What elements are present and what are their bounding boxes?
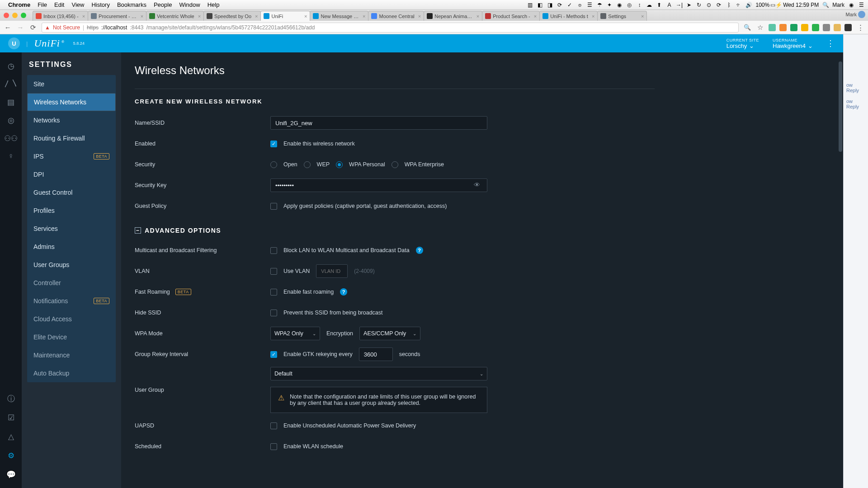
notification-center-icon[interactable]: ☰ — [858, 2, 864, 8]
window-close-icon[interactable] — [4, 13, 9, 18]
gtk-checkbox[interactable]: ✓ — [270, 351, 277, 358]
browser-tab[interactable]: UniFi - Methods t× — [539, 11, 598, 21]
sidebar-item[interactable]: DPI — [27, 165, 116, 183]
encryption-select[interactable]: AES/CCMP Only⌄ — [359, 327, 420, 340]
menu-edit[interactable]: Edit — [54, 1, 64, 8]
volume-icon[interactable]: 🔊 — [745, 2, 752, 8]
header-more-icon[interactable]: ⋮ — [826, 41, 835, 46]
tray-icon[interactable]: ✦ — [606, 2, 613, 8]
sidebar-item[interactable]: Maintenance — [27, 346, 116, 364]
tab-close-icon[interactable]: × — [304, 14, 307, 19]
help-icon[interactable]: ? — [416, 247, 423, 254]
extension-icon[interactable] — [790, 24, 797, 31]
browser-tab[interactable]: Product Search -× — [482, 11, 540, 21]
user-group-select[interactable]: Default⌄ — [270, 367, 487, 380]
tray-icon[interactable]: ↕ — [636, 2, 642, 8]
nav-reload-icon[interactable]: ⟳ — [29, 23, 37, 32]
extension-icon[interactable] — [823, 24, 830, 31]
user-menu[interactable]: Mark — [832, 2, 844, 8]
tray-icon[interactable]: ☂ — [596, 2, 603, 8]
menu-help[interactable]: Help — [208, 1, 220, 8]
security-key-input[interactable] — [270, 178, 487, 192]
clients-icon[interactable]: ⚇⚇ — [0, 129, 22, 147]
zoom-icon[interactable]: 🔍 — [743, 23, 751, 32]
tab-close-icon[interactable]: × — [82, 14, 85, 19]
extension-icon[interactable] — [769, 24, 776, 31]
tray-icon[interactable]: →| — [676, 2, 682, 8]
settings-content[interactable]: Wireless Networks CREATE NEW WIRELESS NE… — [121, 34, 843, 488]
tab-close-icon[interactable]: × — [476, 14, 479, 19]
tray-icon[interactable]: ⬆ — [656, 2, 662, 8]
bookmark-star-icon[interactable]: ☆ — [756, 23, 764, 32]
extension-icon[interactable] — [779, 24, 787, 31]
reveal-password-icon[interactable]: 👁 — [474, 181, 651, 188]
tray-icon[interactable]: ⟳ — [716, 2, 722, 8]
username-menu[interactable]: USERNAME Hawkgreen4⌄ — [773, 38, 813, 49]
app-menu[interactable]: Chrome — [8, 1, 30, 8]
tab-close-icon[interactable]: × — [198, 14, 201, 19]
events-icon[interactable]: ☑ — [0, 408, 22, 427]
browser-tab[interactable]: Nepean Animal H× — [424, 11, 482, 21]
extension-icon[interactable] — [801, 24, 808, 31]
menu-view[interactable]: View — [71, 1, 84, 8]
browser-tab[interactable]: Speedtest by Oo× — [203, 11, 261, 21]
devices-icon[interactable]: ◎ — [0, 111, 22, 129]
wifi-icon[interactable]: ᯤ — [736, 2, 742, 8]
fast-roaming-checkbox[interactable] — [270, 289, 277, 296]
browser-tab[interactable]: UniFi× — [260, 11, 310, 21]
gtk-interval-input[interactable] — [359, 347, 393, 361]
window-zoom-icon[interactable] — [21, 13, 26, 18]
tab-close-icon[interactable]: × — [641, 14, 644, 19]
vlan-id-input[interactable] — [316, 264, 348, 278]
tray-icon[interactable]: ☁ — [646, 2, 652, 8]
tray-icon[interactable]: ⟳ — [557, 2, 563, 8]
sidebar-item[interactable]: Site — [27, 75, 116, 93]
tray-icon[interactable]: ◉ — [616, 2, 623, 8]
enabled-checkbox[interactable]: ✓ — [270, 141, 277, 147]
tray-icon[interactable]: ⊙ — [706, 2, 712, 8]
sidebar-item[interactable]: Services — [27, 220, 116, 238]
menu-window[interactable]: Window — [179, 1, 200, 8]
spotlight-icon[interactable]: 🔍 — [822, 2, 829, 8]
tray-icon[interactable]: ◨ — [547, 2, 553, 8]
tab-close-icon[interactable]: × — [255, 14, 258, 19]
sidebar-item[interactable]: Routing & Firewall — [27, 129, 116, 147]
wpa-mode-select[interactable]: WPA2 Only⌄ — [270, 327, 320, 340]
sidebar-item[interactable]: Admins — [27, 238, 116, 256]
sidebar-item[interactable]: Auto Backup — [27, 364, 116, 382]
sidebar-item[interactable]: Cloud Access — [27, 310, 116, 328]
security-open-radio[interactable] — [270, 161, 277, 168]
tray-icon[interactable]: ◎ — [626, 2, 632, 8]
tray-icon[interactable]: ⌾ — [576, 2, 583, 8]
extension-icon[interactable] — [844, 24, 852, 31]
tab-close-icon[interactable]: × — [418, 14, 421, 19]
security-wpapersonal-radio[interactable] — [336, 161, 343, 168]
sidebar-item[interactable]: Guest Control — [27, 183, 116, 202]
dashboard-icon[interactable]: ◷ — [0, 57, 22, 75]
sidebar-item[interactable]: Wireless Networks — [27, 93, 116, 111]
omnibox[interactable]: ▲ Not Secure | https://localhost:8443/ma… — [42, 23, 739, 33]
sidebar-item[interactable]: Profiles — [27, 202, 116, 220]
insights-icon[interactable]: ♀ — [0, 147, 22, 165]
tray-icon[interactable]: A — [666, 2, 672, 8]
scrollbar-thumb[interactable] — [839, 61, 842, 152]
nav-back-icon[interactable]: ← — [4, 23, 12, 32]
multicast-checkbox[interactable] — [270, 247, 277, 254]
window-minimize-icon[interactable] — [12, 13, 18, 18]
tray-icon[interactable]: ▥ — [527, 2, 533, 8]
menu-bookmarks[interactable]: Bookmarks — [117, 1, 146, 8]
ssid-input[interactable] — [270, 116, 487, 130]
browser-tab[interactable]: New Message - U× — [310, 11, 368, 21]
menu-people[interactable]: People — [154, 1, 172, 8]
uapsd-checkbox[interactable] — [270, 422, 277, 429]
alerts-icon[interactable]: △ — [0, 427, 22, 446]
sidebar-item[interactable]: NotificationsBETA — [27, 292, 116, 310]
security-wpaenterprise-radio[interactable] — [392, 161, 398, 168]
settings-icon[interactable]: ⚙ — [0, 446, 22, 465]
guest-policy-checkbox[interactable] — [270, 203, 277, 210]
clock-text[interactable]: Wed 12:59 PM — [783, 2, 819, 8]
menu-file[interactable]: File — [38, 1, 47, 8]
sidebar-item[interactable]: IPSBETA — [27, 147, 116, 165]
tab-close-icon[interactable]: × — [592, 14, 594, 19]
advanced-options-toggle[interactable]: − ADVANCED OPTIONS — [135, 227, 655, 234]
